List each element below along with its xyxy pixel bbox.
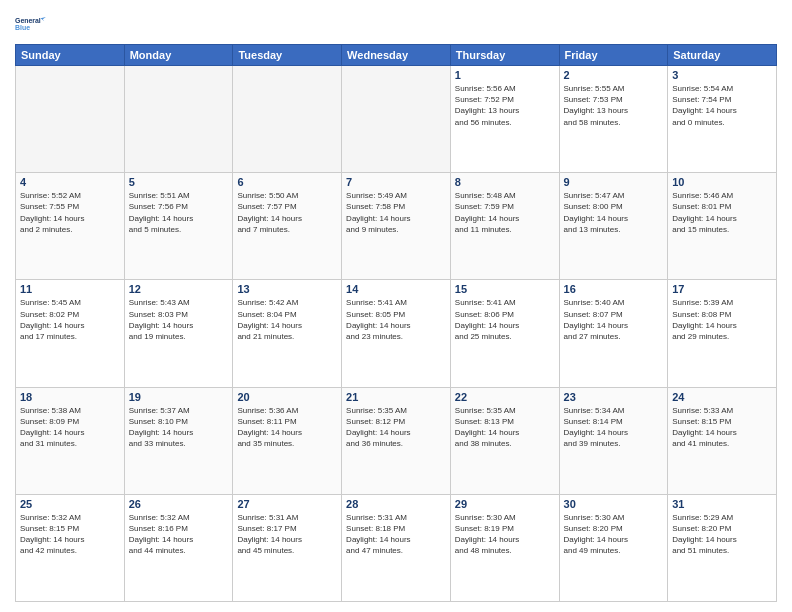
- calendar-cell: 24Sunrise: 5:33 AM Sunset: 8:15 PM Dayli…: [668, 387, 777, 494]
- day-info: Sunrise: 5:37 AM Sunset: 8:10 PM Dayligh…: [129, 405, 229, 450]
- calendar-cell: 29Sunrise: 5:30 AM Sunset: 8:19 PM Dayli…: [450, 494, 559, 601]
- calendar-cell: 2Sunrise: 5:55 AM Sunset: 7:53 PM Daylig…: [559, 66, 668, 173]
- day-number: 10: [672, 176, 772, 188]
- day-number: 27: [237, 498, 337, 510]
- day-info: Sunrise: 5:36 AM Sunset: 8:11 PM Dayligh…: [237, 405, 337, 450]
- day-number: 26: [129, 498, 229, 510]
- calendar-cell: 28Sunrise: 5:31 AM Sunset: 8:18 PM Dayli…: [342, 494, 451, 601]
- weekday-header-wednesday: Wednesday: [342, 45, 451, 66]
- day-number: 17: [672, 283, 772, 295]
- day-number: 23: [564, 391, 664, 403]
- weekday-header-friday: Friday: [559, 45, 668, 66]
- calendar-cell: 11Sunrise: 5:45 AM Sunset: 8:02 PM Dayli…: [16, 280, 125, 387]
- day-number: 24: [672, 391, 772, 403]
- calendar-cell: 26Sunrise: 5:32 AM Sunset: 8:16 PM Dayli…: [124, 494, 233, 601]
- calendar-cell: 8Sunrise: 5:48 AM Sunset: 7:59 PM Daylig…: [450, 173, 559, 280]
- day-number: 22: [455, 391, 555, 403]
- day-info: Sunrise: 5:31 AM Sunset: 8:17 PM Dayligh…: [237, 512, 337, 557]
- day-info: Sunrise: 5:34 AM Sunset: 8:14 PM Dayligh…: [564, 405, 664, 450]
- calendar-cell: 6Sunrise: 5:50 AM Sunset: 7:57 PM Daylig…: [233, 173, 342, 280]
- day-info: Sunrise: 5:45 AM Sunset: 8:02 PM Dayligh…: [20, 297, 120, 342]
- day-info: Sunrise: 5:30 AM Sunset: 8:19 PM Dayligh…: [455, 512, 555, 557]
- logo-icon: GeneralBlue: [15, 10, 47, 38]
- day-number: 14: [346, 283, 446, 295]
- day-number: 19: [129, 391, 229, 403]
- calendar-cell: 7Sunrise: 5:49 AM Sunset: 7:58 PM Daylig…: [342, 173, 451, 280]
- day-number: 20: [237, 391, 337, 403]
- calendar-cell: [342, 66, 451, 173]
- calendar-cell: [124, 66, 233, 173]
- day-info: Sunrise: 5:29 AM Sunset: 8:20 PM Dayligh…: [672, 512, 772, 557]
- weekday-header-monday: Monday: [124, 45, 233, 66]
- day-info: Sunrise: 5:50 AM Sunset: 7:57 PM Dayligh…: [237, 190, 337, 235]
- day-info: Sunrise: 5:43 AM Sunset: 8:03 PM Dayligh…: [129, 297, 229, 342]
- calendar-cell: 5Sunrise: 5:51 AM Sunset: 7:56 PM Daylig…: [124, 173, 233, 280]
- day-info: Sunrise: 5:42 AM Sunset: 8:04 PM Dayligh…: [237, 297, 337, 342]
- day-info: Sunrise: 5:32 AM Sunset: 8:15 PM Dayligh…: [20, 512, 120, 557]
- calendar-cell: 21Sunrise: 5:35 AM Sunset: 8:12 PM Dayli…: [342, 387, 451, 494]
- day-info: Sunrise: 5:49 AM Sunset: 7:58 PM Dayligh…: [346, 190, 446, 235]
- day-info: Sunrise: 5:35 AM Sunset: 8:12 PM Dayligh…: [346, 405, 446, 450]
- calendar-cell: [16, 66, 125, 173]
- day-info: Sunrise: 5:40 AM Sunset: 8:07 PM Dayligh…: [564, 297, 664, 342]
- weekday-header-saturday: Saturday: [668, 45, 777, 66]
- day-info: Sunrise: 5:56 AM Sunset: 7:52 PM Dayligh…: [455, 83, 555, 128]
- calendar-cell: [233, 66, 342, 173]
- calendar-cell: 16Sunrise: 5:40 AM Sunset: 8:07 PM Dayli…: [559, 280, 668, 387]
- calendar-cell: 3Sunrise: 5:54 AM Sunset: 7:54 PM Daylig…: [668, 66, 777, 173]
- calendar-cell: 25Sunrise: 5:32 AM Sunset: 8:15 PM Dayli…: [16, 494, 125, 601]
- day-info: Sunrise: 5:31 AM Sunset: 8:18 PM Dayligh…: [346, 512, 446, 557]
- day-number: 6: [237, 176, 337, 188]
- day-number: 15: [455, 283, 555, 295]
- day-number: 29: [455, 498, 555, 510]
- calendar-cell: 12Sunrise: 5:43 AM Sunset: 8:03 PM Dayli…: [124, 280, 233, 387]
- header: GeneralBlue: [15, 10, 777, 38]
- day-number: 7: [346, 176, 446, 188]
- day-info: Sunrise: 5:35 AM Sunset: 8:13 PM Dayligh…: [455, 405, 555, 450]
- day-number: 12: [129, 283, 229, 295]
- calendar-cell: 15Sunrise: 5:41 AM Sunset: 8:06 PM Dayli…: [450, 280, 559, 387]
- day-info: Sunrise: 5:32 AM Sunset: 8:16 PM Dayligh…: [129, 512, 229, 557]
- day-number: 8: [455, 176, 555, 188]
- page: GeneralBlue SundayMondayTuesdayWednesday…: [0, 0, 792, 612]
- svg-marker-2: [41, 17, 46, 21]
- weekday-header-tuesday: Tuesday: [233, 45, 342, 66]
- day-number: 3: [672, 69, 772, 81]
- day-number: 4: [20, 176, 120, 188]
- week-row-3: 11Sunrise: 5:45 AM Sunset: 8:02 PM Dayli…: [16, 280, 777, 387]
- day-info: Sunrise: 5:41 AM Sunset: 8:06 PM Dayligh…: [455, 297, 555, 342]
- day-info: Sunrise: 5:39 AM Sunset: 8:08 PM Dayligh…: [672, 297, 772, 342]
- calendar-cell: 22Sunrise: 5:35 AM Sunset: 8:13 PM Dayli…: [450, 387, 559, 494]
- day-number: 21: [346, 391, 446, 403]
- day-info: Sunrise: 5:38 AM Sunset: 8:09 PM Dayligh…: [20, 405, 120, 450]
- day-number: 1: [455, 69, 555, 81]
- day-number: 18: [20, 391, 120, 403]
- day-info: Sunrise: 5:48 AM Sunset: 7:59 PM Dayligh…: [455, 190, 555, 235]
- calendar-cell: 17Sunrise: 5:39 AM Sunset: 8:08 PM Dayli…: [668, 280, 777, 387]
- day-number: 11: [20, 283, 120, 295]
- day-number: 30: [564, 498, 664, 510]
- svg-text:Blue: Blue: [15, 24, 30, 31]
- day-info: Sunrise: 5:54 AM Sunset: 7:54 PM Dayligh…: [672, 83, 772, 128]
- calendar-cell: 10Sunrise: 5:46 AM Sunset: 8:01 PM Dayli…: [668, 173, 777, 280]
- day-number: 13: [237, 283, 337, 295]
- day-info: Sunrise: 5:52 AM Sunset: 7:55 PM Dayligh…: [20, 190, 120, 235]
- day-number: 16: [564, 283, 664, 295]
- weekday-header-row: SundayMondayTuesdayWednesdayThursdayFrid…: [16, 45, 777, 66]
- day-info: Sunrise: 5:55 AM Sunset: 7:53 PM Dayligh…: [564, 83, 664, 128]
- calendar-cell: 4Sunrise: 5:52 AM Sunset: 7:55 PM Daylig…: [16, 173, 125, 280]
- weekday-header-sunday: Sunday: [16, 45, 125, 66]
- calendar-cell: 30Sunrise: 5:30 AM Sunset: 8:20 PM Dayli…: [559, 494, 668, 601]
- calendar-table: SundayMondayTuesdayWednesdayThursdayFrid…: [15, 44, 777, 602]
- calendar-cell: 27Sunrise: 5:31 AM Sunset: 8:17 PM Dayli…: [233, 494, 342, 601]
- calendar-cell: 13Sunrise: 5:42 AM Sunset: 8:04 PM Dayli…: [233, 280, 342, 387]
- day-number: 5: [129, 176, 229, 188]
- calendar-cell: 18Sunrise: 5:38 AM Sunset: 8:09 PM Dayli…: [16, 387, 125, 494]
- week-row-2: 4Sunrise: 5:52 AM Sunset: 7:55 PM Daylig…: [16, 173, 777, 280]
- calendar-cell: 14Sunrise: 5:41 AM Sunset: 8:05 PM Dayli…: [342, 280, 451, 387]
- day-info: Sunrise: 5:30 AM Sunset: 8:20 PM Dayligh…: [564, 512, 664, 557]
- calendar-cell: 19Sunrise: 5:37 AM Sunset: 8:10 PM Dayli…: [124, 387, 233, 494]
- day-info: Sunrise: 5:47 AM Sunset: 8:00 PM Dayligh…: [564, 190, 664, 235]
- calendar-cell: 20Sunrise: 5:36 AM Sunset: 8:11 PM Dayli…: [233, 387, 342, 494]
- day-number: 28: [346, 498, 446, 510]
